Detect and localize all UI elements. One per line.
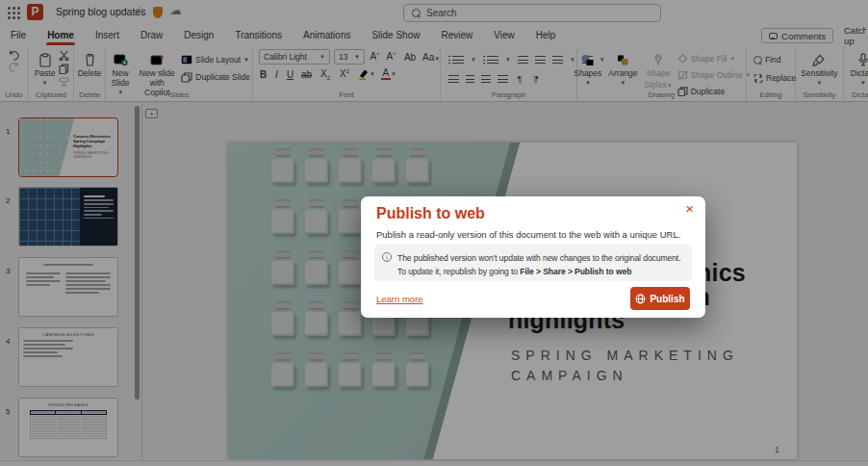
info-line2: To update it, republish by going to File… — [397, 265, 680, 278]
learn-more-link[interactable]: Learn more — [376, 294, 423, 304]
dialog-info-box: i The published version won't update wit… — [374, 245, 692, 281]
info-icon: i — [382, 252, 392, 262]
publish-button[interactable]: Publish — [630, 287, 690, 310]
app-window: P Spring blog updates ☆ ☁✓ Search File H… — [0, 0, 868, 466]
dialog-title: Publish to web — [376, 205, 485, 222]
dialog-body-text: Publish a read-only version of this docu… — [376, 229, 680, 240]
globe-icon — [635, 294, 646, 304]
publish-label: Publish — [650, 294, 684, 304]
info-path: File > Share > Publish to web — [520, 267, 631, 276]
close-icon[interactable]: × — [685, 201, 694, 216]
info-line1: The published version won't update with … — [397, 251, 680, 265]
publish-to-web-dialog: Publish to web × Publish a read-only ver… — [361, 196, 705, 318]
